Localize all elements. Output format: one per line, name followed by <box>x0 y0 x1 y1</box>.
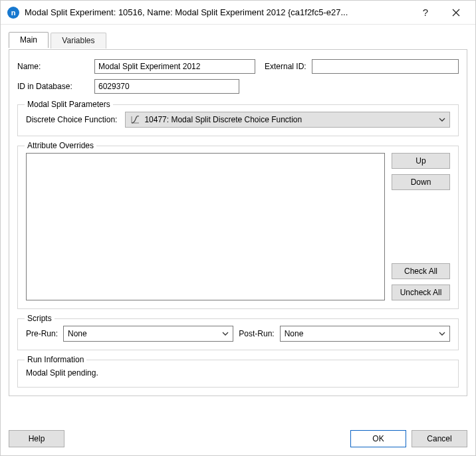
attr-legend: Attribute Overrides <box>25 141 96 150</box>
name-input[interactable] <box>94 59 255 74</box>
titlebar: n Modal Split Experiment: 10516, Name: M… <box>1 1 475 25</box>
up-button[interactable]: Up <box>392 153 450 169</box>
db-id-input[interactable] <box>94 79 239 94</box>
row-name: Name: External ID: <box>17 59 459 74</box>
close-button[interactable] <box>441 2 471 23</box>
runinfo-text: Modal Split pending. <box>26 367 450 379</box>
dialog-window: n Modal Split Experiment: 10516, Name: M… <box>0 0 476 456</box>
name-label: Name: <box>17 62 89 71</box>
external-id-input[interactable] <box>312 59 459 74</box>
runinfo-legend: Run Information <box>25 355 86 364</box>
attribute-overrides-list[interactable] <box>26 153 385 300</box>
client-area: Main Variables Name: External ID: ID in … <box>1 25 475 455</box>
curve-icon <box>130 114 140 125</box>
external-id-label: External ID: <box>265 62 306 71</box>
chevron-down-icon <box>439 118 445 122</box>
dcf-selected: 10477: Modal Split Discrete Choice Funct… <box>144 115 302 124</box>
fieldset-scripts: Scripts Pre-Run: None Post-Run: None <box>17 318 459 350</box>
help-button[interactable]: Help <box>9 430 64 447</box>
row-dbid: ID in Database: <box>17 79 459 94</box>
post-run-selected: None <box>285 329 304 338</box>
spacer <box>392 195 450 258</box>
tab-bar: Main Variables <box>9 31 467 49</box>
close-icon <box>452 9 460 17</box>
app-icon-letter: n <box>11 9 16 17</box>
window-title: Modal Split Experiment: 10516, Name: Mod… <box>25 7 410 17</box>
ok-button[interactable]: OK <box>350 430 406 447</box>
fieldset-modal-split-parameters: Modal Split Parameters Discrete Choice F… <box>17 104 459 136</box>
tab-variables[interactable]: Variables <box>51 33 106 49</box>
pre-run-label: Pre-Run: <box>26 329 58 338</box>
title-help-button[interactable]: ? <box>410 2 441 23</box>
fieldset-attribute-overrides: Attribute Overrides Up Down Check All Un… <box>17 146 459 309</box>
dcf-label: Discrete Choice Function: <box>26 115 117 124</box>
db-id-label: ID in Database: <box>17 82 89 91</box>
post-run-label: Post-Run: <box>239 329 274 338</box>
app-icon: n <box>7 7 19 19</box>
scripts-legend: Scripts <box>25 314 55 323</box>
fieldset-run-information: Run Information Modal Split pending. <box>17 360 459 388</box>
uncheck-all-button[interactable]: Uncheck All <box>392 285 450 300</box>
chevron-down-icon <box>439 332 445 336</box>
dcf-combo[interactable]: 10477: Modal Split Discrete Choice Funct… <box>125 112 450 128</box>
pre-run-selected: None <box>68 329 87 338</box>
post-run-combo[interactable]: None <box>280 326 450 342</box>
cancel-button[interactable]: Cancel <box>412 430 467 447</box>
check-all-button[interactable]: Check All <box>392 263 450 279</box>
dialog-footer: Help OK Cancel <box>9 422 467 447</box>
params-legend: Modal Split Parameters <box>25 100 113 109</box>
pre-run-combo[interactable]: None <box>63 326 233 342</box>
tab-main[interactable]: Main <box>9 32 49 48</box>
tab-panel-main: Name: External ID: ID in Database: Modal… <box>9 49 467 396</box>
chevron-down-icon <box>222 332 229 336</box>
attr-side-buttons: Up Down Check All Uncheck All <box>392 153 450 300</box>
down-button[interactable]: Down <box>392 174 450 190</box>
